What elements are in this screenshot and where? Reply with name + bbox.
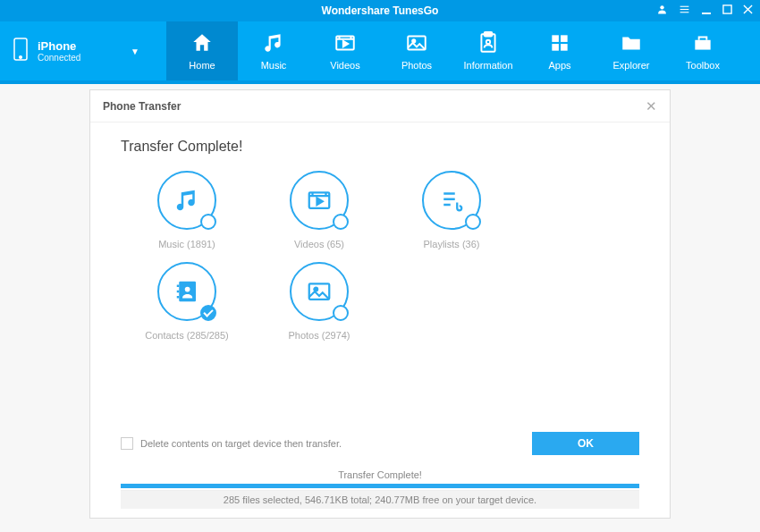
svg-point-20 <box>185 287 190 292</box>
ok-button[interactable]: OK <box>532 432 639 455</box>
nav-label: Videos <box>330 60 359 71</box>
close-button[interactable] <box>743 4 753 17</box>
category-videos: Videos (65) <box>253 171 385 249</box>
device-selector[interactable]: iPhone Connected ▼ <box>0 21 152 80</box>
svg-rect-23 <box>177 296 180 299</box>
svg-point-7 <box>20 56 22 59</box>
svg-rect-21 <box>177 285 180 288</box>
contacts-circle[interactable] <box>157 262 216 321</box>
svg-rect-14 <box>552 35 559 42</box>
maximize-button[interactable] <box>722 4 732 17</box>
window-controls <box>656 0 753 21</box>
category-grid: Music (1891) Videos (65) Playlists (36) <box>121 171 639 353</box>
videos-circle[interactable] <box>290 171 349 230</box>
music-icon <box>173 187 200 214</box>
delete-label: Delete contents on target device then tr… <box>140 438 342 449</box>
svg-rect-15 <box>561 35 568 42</box>
videos-icon <box>306 187 333 214</box>
nav-label: Photos <box>401 60 432 71</box>
category-photos: Photos (2974) <box>253 262 385 341</box>
close-icon[interactable]: ✕ <box>646 98 657 114</box>
nav-apps[interactable]: Apps <box>524 21 595 80</box>
category-playlists: Playlists (36) <box>385 171 518 249</box>
nav-videos[interactable]: Videos <box>309 21 381 80</box>
svg-rect-2 <box>680 9 689 10</box>
category-label: Playlists (36) <box>424 239 480 249</box>
chevron-down-icon: ▼ <box>131 46 139 56</box>
videos-icon <box>334 31 357 55</box>
dialog-footer: Delete contents on target device then tr… <box>90 432 670 518</box>
nav-label: Explorer <box>613 60 650 71</box>
home-icon <box>190 31 214 55</box>
music-icon <box>262 31 285 55</box>
svg-rect-16 <box>552 44 559 51</box>
toolbox-icon <box>691 31 714 55</box>
category-music: Music (1891) <box>121 171 253 249</box>
photos-icon <box>405 31 428 55</box>
status-badge <box>333 214 349 230</box>
phone-transfer-dialog: Phone Transfer ✕ Transfer Complete! Musi… <box>89 89 671 519</box>
dialog-title: Phone Transfer <box>103 100 181 113</box>
status-badge-checked <box>200 305 216 321</box>
status-badge <box>200 214 216 230</box>
title-bar: Wondershare TunesGo <box>0 0 760 21</box>
svg-rect-4 <box>702 13 711 14</box>
dialog-header: Phone Transfer ✕ <box>90 90 670 122</box>
progress-bar <box>121 484 639 488</box>
svg-rect-5 <box>723 5 731 13</box>
nav-information[interactable]: Information <box>452 21 524 80</box>
nav-bar: iPhone Connected ▼ Home Music Videos Pho… <box>0 21 760 84</box>
svg-point-0 <box>660 5 663 9</box>
photos-circle[interactable] <box>290 262 349 321</box>
category-label: Music (1891) <box>158 239 215 249</box>
nav-music[interactable]: Music <box>238 21 309 80</box>
svg-rect-3 <box>680 12 689 13</box>
svg-point-13 <box>486 40 490 44</box>
menu-icon[interactable] <box>679 4 690 18</box>
device-text: iPhone Connected <box>38 39 80 63</box>
status-badge <box>465 214 481 230</box>
information-icon <box>477 31 500 55</box>
category-label: Contacts (285/285) <box>145 330 229 341</box>
dialog-body: Transfer Complete! Music (1891) Videos (… <box>90 122 670 432</box>
footer-row: Delete contents on target device then tr… <box>121 432 639 455</box>
nav-photos[interactable]: Photos <box>381 21 452 80</box>
nav-home[interactable]: Home <box>166 21 238 80</box>
summary-text: 285 files selected, 546.71KB total; 240.… <box>121 490 639 509</box>
svg-rect-17 <box>561 44 568 51</box>
nav-toolbox[interactable]: Toolbox <box>667 21 739 80</box>
user-icon[interactable] <box>656 4 668 18</box>
category-label: Videos (65) <box>294 239 344 249</box>
svg-rect-22 <box>177 291 180 293</box>
content-area: Phone Transfer ✕ Transfer Complete! Musi… <box>0 84 760 532</box>
delete-checkbox[interactable] <box>121 437 133 450</box>
nav-label: Toolbox <box>686 60 720 71</box>
apps-icon <box>548 31 571 55</box>
minimize-button[interactable] <box>701 4 712 18</box>
photos-icon <box>306 278 333 305</box>
svg-rect-1 <box>680 6 689 7</box>
contacts-icon <box>173 278 200 305</box>
transfer-status: Transfer Complete! <box>121 466 639 484</box>
category-contacts: Contacts (285/285) <box>121 262 253 341</box>
playlists-circle[interactable] <box>422 171 481 230</box>
nav-label: Home <box>189 60 215 71</box>
category-label: Photos (2974) <box>288 330 350 341</box>
dialog-heading: Transfer Complete! <box>121 139 639 155</box>
nav-label: Music <box>261 60 287 71</box>
nav-explorer[interactable]: Explorer <box>595 21 667 80</box>
status-badge <box>333 305 349 321</box>
app-title: Wondershare TunesGo <box>322 4 439 17</box>
device-status: Connected <box>38 53 80 63</box>
playlists-icon <box>438 187 465 214</box>
music-circle[interactable] <box>157 171 216 230</box>
svg-rect-12 <box>485 32 493 36</box>
explorer-icon <box>620 31 643 55</box>
device-name: iPhone <box>38 39 80 53</box>
nav-label: Apps <box>548 60 570 71</box>
nav-label: Information <box>463 60 512 71</box>
phone-icon <box>13 38 29 64</box>
